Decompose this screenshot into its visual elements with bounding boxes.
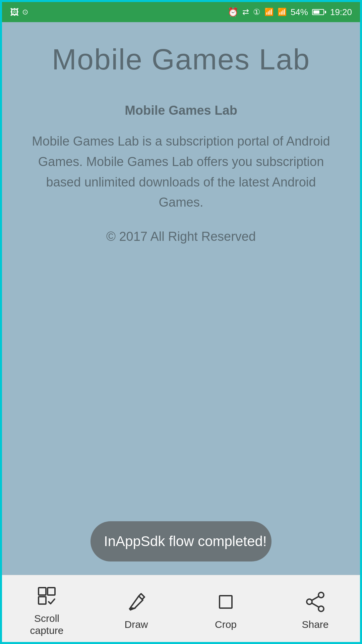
- sdk-button-container: InAppSdk flow completed!: [90, 521, 272, 561]
- status-bar-left: 🖼 ⊙: [10, 8, 28, 16]
- game-icon: ⊙: [22, 8, 28, 16]
- svg-line-8: [312, 603, 319, 607]
- battery-percent: 54%: [291, 7, 308, 17]
- svg-point-4: [318, 592, 324, 598]
- photo-icon: 🖼: [10, 8, 19, 16]
- draw-label: Draw: [124, 619, 148, 631]
- content-description: Mobile Games Lab is a subscription porta…: [22, 131, 340, 213]
- status-bar: 🖼 ⊙ ⏰ ⇄ ① 📶 📶 54% 19:20: [2, 2, 360, 22]
- bottom-toolbar: Scroll capture Draw Crop: [2, 575, 360, 642]
- toolbar-item-crop[interactable]: Crop: [181, 590, 270, 631]
- scroll-capture-label: Scroll capture: [30, 612, 63, 637]
- status-bar-right: ⏰ ⇄ ① 📶 📶 54% 19:20: [228, 7, 352, 17]
- svg-rect-3: [220, 596, 232, 608]
- draw-icon: [125, 590, 148, 614]
- svg-line-7: [312, 596, 319, 600]
- scroll-capture-icon: [35, 584, 59, 608]
- share-icon: [304, 590, 327, 614]
- toolbar-item-scroll-capture[interactable]: Scroll capture: [2, 584, 92, 637]
- page-title: Mobile Games Lab: [52, 42, 310, 76]
- sdk-button[interactable]: InAppSdk flow completed!: [90, 521, 272, 561]
- crop-label: Crop: [215, 619, 237, 631]
- svg-rect-0: [39, 588, 46, 595]
- toolbar-item-share[interactable]: Share: [270, 590, 360, 631]
- main-content: Mobile Games Lab Mobile Games Lab Mobile…: [2, 22, 360, 575]
- sync-icon: ⇄: [242, 8, 249, 16]
- svg-point-5: [318, 606, 324, 611]
- notifications-icon: ①: [253, 8, 260, 16]
- battery-icon: [312, 9, 326, 15]
- toolbar-item-draw[interactable]: Draw: [92, 590, 181, 631]
- share-label: Share: [302, 619, 328, 631]
- signal-icon: 📶: [264, 8, 274, 16]
- alarm-icon: ⏰: [228, 8, 238, 16]
- crop-icon: [214, 590, 238, 614]
- svg-point-6: [307, 599, 312, 604]
- app-wrapper: 🖼 ⊙ ⏰ ⇄ ① 📶 📶 54% 19:20 Mobile Games Lab…: [0, 0, 362, 644]
- clock: 19:20: [330, 7, 352, 17]
- signal2-icon: 📶: [278, 8, 287, 16]
- content-subtitle: Mobile Games Lab: [125, 103, 237, 118]
- svg-rect-2: [39, 597, 46, 604]
- svg-rect-1: [48, 588, 55, 595]
- copyright-text: © 2017 All Right Reserved: [106, 229, 256, 244]
